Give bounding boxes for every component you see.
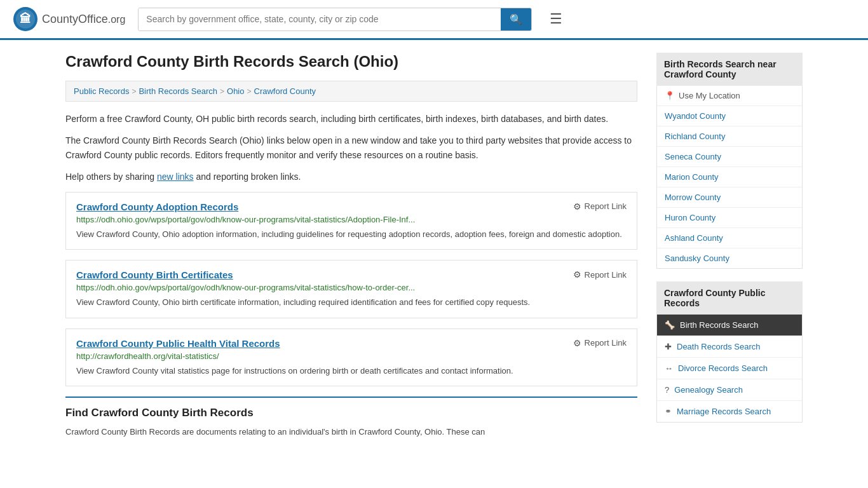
pub-rec-icon-1: ✚ — [665, 342, 672, 351]
record-header-1: Crawford County Birth Certificates ⚙ Rep… — [76, 269, 627, 280]
nearby-county-6[interactable]: Ashland County — [657, 228, 802, 248]
breadcrumb-public-records[interactable]: Public Records — [74, 86, 129, 96]
pub-rec-link-0[interactable]: 🦴 Birth Records Search — [657, 315, 802, 336]
description-1: Perform a free Crawford County, OH publi… — [65, 112, 637, 126]
report-link-2[interactable]: ⚙ Report Link — [573, 338, 627, 348]
pub-rec-item-0[interactable]: 🦴 Birth Records Search — [657, 315, 802, 336]
nearby-link-3[interactable]: Marion County — [657, 167, 802, 187]
sidebar: Birth Records Search near Crawford Count… — [656, 53, 803, 439]
search-button[interactable]: 🔍 — [501, 8, 531, 30]
use-location-link[interactable]: 📍 Use My Location — [657, 86, 802, 105]
use-location-item[interactable]: 📍 Use My Location — [657, 86, 802, 106]
nearby-list: 📍 Use My Location Wyandot County Richlan… — [656, 86, 803, 269]
record-card-2: Crawford County Public Health Vital Reco… — [65, 329, 637, 387]
breadcrumb-sep-2: > — [220, 87, 224, 96]
nearby-county-5[interactable]: Huron County — [657, 208, 802, 228]
report-icon-2: ⚙ — [573, 338, 581, 348]
public-records-list: 🦴 Birth Records Search ✚ Death Records S… — [656, 315, 803, 423]
site-header: 🏛 CountyOffice.org 🔍 ☰ — [0, 0, 868, 40]
breadcrumb-birth-records[interactable]: Birth Records Search — [139, 86, 217, 96]
record-desc-0: View Crawford County, Ohio adoption info… — [76, 228, 627, 241]
search-input[interactable] — [139, 8, 501, 30]
pub-rec-icon-4: ⚭ — [665, 407, 672, 416]
new-links-link[interactable]: new links — [157, 172, 194, 182]
report-link-1[interactable]: ⚙ Report Link — [573, 269, 627, 280]
breadcrumb-crawford[interactable]: Crawford County — [254, 86, 316, 96]
report-icon-0: ⚙ — [573, 201, 581, 212]
find-text: Crawford County Birth Records are docume… — [65, 426, 637, 439]
record-url-2[interactable]: http://crawfordhealth.org/vital-statisti… — [76, 351, 627, 361]
desc3-post: and reporting broken links. — [194, 172, 301, 182]
pub-rec-link-4[interactable]: ⚭ Marriage Records Search — [657, 401, 802, 422]
report-icon-1: ⚙ — [573, 269, 581, 280]
page-title: Crawford County Birth Records Search (Oh… — [65, 53, 637, 71]
nearby-link-5[interactable]: Huron County — [657, 208, 802, 227]
main-wrapper: Crawford County Birth Records Search (Oh… — [53, 40, 815, 452]
report-link-0[interactable]: ⚙ Report Link — [573, 201, 627, 212]
nearby-county-3[interactable]: Marion County — [657, 167, 802, 187]
find-title: Find Crawford County Birth Records — [65, 407, 637, 419]
pub-rec-link-2[interactable]: ↔ Divorce Records Search — [657, 358, 802, 379]
report-label-0: Report Link — [585, 201, 627, 211]
record-url-0[interactable]: https://odh.ohio.gov/wps/portal/gov/odh/… — [76, 215, 627, 224]
desc3-pre: Help others by sharing — [65, 172, 157, 182]
nearby-section: Birth Records Search near Crawford Count… — [656, 53, 803, 269]
find-section: Find Crawford County Birth Records Crawf… — [65, 396, 637, 439]
pub-rec-link-1[interactable]: ✚ Death Records Search — [657, 336, 802, 357]
logo-icon: 🏛 — [13, 6, 38, 32]
nearby-link-0[interactable]: Wyandot County — [657, 106, 802, 126]
record-desc-2: View Crawford County vital statistics pa… — [76, 365, 627, 377]
pub-rec-label-2: Divorce Records Search — [678, 363, 768, 373]
pub-rec-link-3[interactable]: ? Genealogy Search — [657, 379, 802, 400]
record-title-0[interactable]: Crawford County Adoption Records — [76, 201, 238, 212]
public-records-title: Crawford County Public Records — [656, 281, 803, 315]
breadcrumb-ohio[interactable]: Ohio — [227, 86, 244, 96]
pub-rec-item-2[interactable]: ↔ Divorce Records Search — [657, 358, 802, 379]
nearby-link-2[interactable]: Seneca County — [657, 147, 802, 166]
hamburger-menu[interactable]: ☰ — [545, 8, 567, 30]
breadcrumb-sep-1: > — [132, 87, 136, 96]
nearby-link-4[interactable]: Morrow County — [657, 187, 802, 207]
breadcrumb: Public Records > Birth Records Search > … — [65, 81, 637, 102]
pub-rec-label-0: Birth Records Search — [680, 320, 759, 330]
pub-rec-item-3[interactable]: ? Genealogy Search — [657, 379, 802, 401]
breadcrumb-sep-3: > — [247, 87, 252, 96]
report-label-1: Report Link — [585, 270, 627, 280]
nearby-county-7[interactable]: Sandusky County — [657, 248, 802, 268]
logo-tld: .org — [108, 14, 126, 25]
description-2: The Crawford County Birth Records Search… — [65, 133, 637, 162]
nearby-title: Birth Records Search near Crawford Count… — [656, 53, 803, 86]
record-card-0: Crawford County Adoption Records ⚙ Repor… — [65, 192, 637, 250]
public-records-section: Crawford County Public Records 🦴 Birth R… — [656, 281, 803, 423]
pub-rec-label-3: Genealogy Search — [674, 385, 743, 395]
search-bar: 🔍 — [138, 8, 532, 31]
location-icon: 📍 — [665, 91, 675, 100]
logo-name: CountyOffice — [42, 13, 108, 25]
record-card-1: Crawford County Birth Certificates ⚙ Rep… — [65, 260, 637, 318]
svg-text:🏛: 🏛 — [20, 12, 31, 25]
pub-rec-label-4: Marriage Records Search — [677, 407, 771, 416]
record-title-2[interactable]: Crawford County Public Health Vital Reco… — [76, 338, 280, 349]
record-desc-1: View Crawford County, Ohio birth certifi… — [76, 296, 627, 309]
logo-text: CountyOffice.org — [42, 13, 125, 26]
nearby-link-6[interactable]: Ashland County — [657, 228, 802, 248]
content-area: Crawford County Birth Records Search (Oh… — [65, 53, 637, 439]
pub-rec-item-1[interactable]: ✚ Death Records Search — [657, 336, 802, 358]
nearby-link-1[interactable]: Richland County — [657, 126, 802, 146]
logo[interactable]: 🏛 CountyOffice.org — [13, 6, 125, 32]
record-title-1[interactable]: Crawford County Birth Certificates — [76, 269, 233, 280]
pub-rec-icon-3: ? — [665, 385, 669, 395]
report-label-2: Report Link — [585, 338, 627, 348]
pub-rec-item-4[interactable]: ⚭ Marriage Records Search — [657, 401, 802, 422]
nearby-county-1[interactable]: Richland County — [657, 126, 802, 147]
pub-rec-icon-2: ↔ — [665, 363, 673, 373]
nearby-county-4[interactable]: Morrow County — [657, 187, 802, 208]
record-header-2: Crawford County Public Health Vital Reco… — [76, 338, 627, 349]
record-url-1[interactable]: https://odh.ohio.gov/wps/portal/gov/odh/… — [76, 283, 627, 292]
pub-rec-icon-0: 🦴 — [665, 320, 675, 330]
nearby-link-7[interactable]: Sandusky County — [657, 248, 802, 268]
nearby-county-2[interactable]: Seneca County — [657, 147, 802, 167]
record-header-0: Crawford County Adoption Records ⚙ Repor… — [76, 201, 627, 212]
use-location-label: Use My Location — [679, 91, 740, 100]
nearby-county-0[interactable]: Wyandot County — [657, 106, 802, 126]
